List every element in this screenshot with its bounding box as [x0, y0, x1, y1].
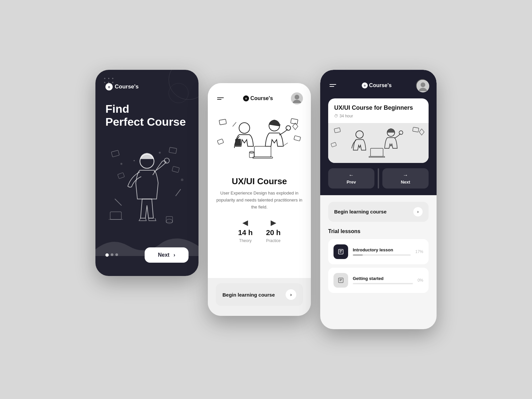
clock-icon: ⏱	[334, 114, 338, 118]
lesson-2-info: Getting started	[353, 276, 413, 284]
dot-2	[111, 253, 113, 256]
course-card-title: UX/UI Course for Beginners	[334, 104, 423, 112]
lesson-2-icon	[337, 277, 344, 284]
lesson-item-2[interactable]: Getting started 0%	[328, 268, 429, 293]
begin-learning-button[interactable]: Begin learning course ›	[216, 283, 303, 306]
begin-btn-label-2: Begin learning course	[334, 209, 387, 214]
svg-point-28	[239, 123, 250, 133]
svg-rect-53	[339, 252, 341, 252]
svg-point-17	[164, 158, 169, 163]
dot-1	[105, 253, 109, 257]
practice-value: 20 h	[266, 228, 281, 237]
screens-container: o Course's Find Perfect Course	[95, 70, 437, 329]
svg-point-19	[159, 152, 161, 154]
svg-rect-9	[172, 166, 179, 173]
screen3-menu-button[interactable]	[328, 83, 337, 88]
user-avatar[interactable]	[291, 92, 303, 104]
svg-rect-55	[339, 279, 342, 280]
begin-btn-label: Begin learning course	[222, 292, 275, 298]
course-title: UX/UI Course	[216, 176, 303, 187]
screen1-logo: o Course's	[105, 83, 189, 90]
svg-rect-15	[166, 216, 173, 222]
lesson-1-name: Introductory lesson	[353, 247, 411, 252]
lesson-1-icon	[337, 248, 344, 255]
begin-arrow-icon: ›	[413, 207, 423, 216]
lesson-1-progress-bar	[353, 254, 411, 256]
course-illustration	[216, 113, 303, 173]
svg-rect-26	[217, 139, 223, 145]
logo-text: Course's	[115, 83, 139, 90]
svg-line-36	[233, 122, 236, 126]
menu-button[interactable]	[216, 96, 225, 101]
screen-3: o Course's UX/UI Course for Beginners ⏱	[320, 70, 437, 329]
svg-rect-6	[111, 150, 119, 157]
screen2-logo: o Course's	[243, 95, 273, 101]
course-card-time: ⏱ 34 hour	[334, 114, 423, 118]
theory-label: Theory	[239, 238, 251, 243]
svg-rect-8	[118, 173, 125, 179]
screen2-footer: Begin learning course ›	[208, 278, 311, 316]
course-card: UX/UI Course for Beginners ⏱ 34 hour	[328, 98, 429, 163]
screen3-body: Begin learning course › Trial lessons In…	[320, 195, 437, 329]
dot-3	[115, 253, 118, 256]
logo-text: Course's	[250, 95, 273, 101]
prev-label: Prev	[346, 180, 356, 185]
theory-value: 14 h	[238, 228, 253, 237]
course-card-image	[328, 123, 429, 163]
person-illustration	[105, 140, 189, 233]
menu-line-1	[217, 97, 224, 98]
course-duration: 34 hour	[339, 114, 353, 118]
lesson-2-pct: 0%	[418, 278, 423, 283]
stat-practice: ▶ 20 h Practice	[266, 218, 281, 243]
next-button[interactable]: → Next	[382, 168, 429, 189]
course-stats: ◀ 14 h Theory ▶ 20 h Practice	[216, 218, 303, 251]
svg-point-0	[104, 78, 105, 79]
svg-line-10	[115, 199, 121, 205]
prev-arrow-icon: ←	[349, 172, 354, 178]
next-btn-label: Next	[158, 252, 170, 258]
svg-rect-27	[294, 136, 301, 141]
svg-point-1	[108, 78, 109, 79]
screen3-avatar[interactable]	[416, 79, 429, 92]
svg-rect-12	[110, 212, 121, 219]
navigation-buttons: ← Prev → Next	[320, 163, 437, 195]
svg-rect-56	[339, 280, 341, 281]
svg-point-23	[295, 95, 299, 99]
svg-point-40	[421, 82, 425, 87]
begin-btn-arrow: ›	[286, 289, 296, 300]
next-label: Next	[401, 180, 410, 185]
logo-dot-dark: o	[362, 82, 368, 88]
svg-point-31	[286, 126, 291, 130]
screen3-header: o Course's UX/UI Course for Beginners ⏱	[320, 70, 437, 163]
svg-point-20	[181, 179, 184, 181]
trial-lessons-title: Trial lessons	[328, 228, 429, 234]
lesson-item-1[interactable]: Introductory lesson 17%	[328, 239, 429, 264]
lesson-1-icon-box	[333, 244, 348, 259]
svg-rect-24	[219, 119, 226, 125]
progress-dots	[105, 253, 118, 257]
prev-button[interactable]: ← Prev	[328, 168, 374, 189]
course-card-content: UX/UI Course for Beginners ⏱ 34 hour	[328, 98, 429, 123]
begin-learning-button-2[interactable]: Begin learning course ›	[328, 202, 429, 222]
screen2-body: UX/UI Course User Experience Design has …	[208, 110, 311, 278]
next-arrow-icon: →	[403, 172, 408, 178]
theory-icon: ◀	[242, 218, 248, 227]
arrow-icon: ›	[174, 252, 175, 258]
lesson-1-pct: 17%	[415, 249, 423, 254]
card-illustration	[328, 125, 429, 161]
screen3-topbar: o Course's	[328, 79, 429, 92]
screen-1: o Course's Find Perfect Course	[95, 70, 199, 276]
next-button[interactable]: Next ›	[145, 247, 189, 263]
lesson-2-name: Getting started	[353, 276, 413, 281]
svg-rect-7	[169, 147, 177, 154]
screen3-logo: o Course's	[362, 82, 392, 88]
svg-point-21	[120, 163, 122, 165]
svg-line-11	[176, 190, 181, 196]
lesson-1-info: Introductory lesson	[353, 247, 411, 256]
students-illustration	[216, 116, 303, 170]
svg-rect-41	[328, 126, 429, 160]
lesson-1-progress-fill	[353, 254, 363, 256]
svg-point-18	[134, 160, 135, 161]
svg-rect-33	[253, 157, 273, 158]
headline: Find Perfect Course	[105, 102, 189, 128]
